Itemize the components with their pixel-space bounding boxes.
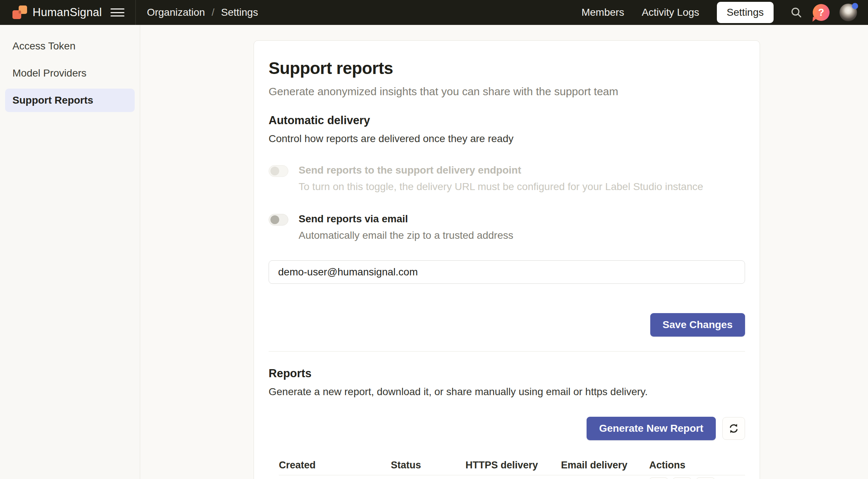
nav-settings[interactable]: Settings (717, 2, 774, 23)
humansignal-logo[interactable]: HumanSignal (0, 5, 102, 20)
top-navigation-bar: HumanSignal Organization / Settings Memb… (0, 0, 868, 25)
refresh-icon[interactable] (722, 417, 745, 440)
search-icon[interactable] (790, 6, 803, 19)
reports-description: Generate a new report, download it, or s… (269, 386, 745, 398)
col-actions: Actions (649, 460, 745, 471)
endpoint-delivery-toggle (269, 165, 288, 177)
col-status: Status (391, 460, 465, 471)
reports-table-header: Created Status HTTPS delivery Email deli… (279, 456, 745, 475)
settings-sidebar: Access Token Model Providers Support Rep… (0, 25, 140, 479)
reports-actions-row: Generate New Report (269, 417, 745, 440)
help-question-mark: ? (818, 7, 824, 18)
toggle-knob (270, 167, 279, 175)
email-delivery-toggle[interactable] (269, 214, 288, 226)
nav-activity-logs[interactable]: Activity Logs (642, 7, 699, 18)
save-row: Save Changes (269, 313, 745, 337)
breadcrumb-settings[interactable]: Settings (221, 7, 258, 18)
automatic-delivery-heading: Automatic delivery (269, 114, 745, 127)
section-divider (269, 351, 745, 352)
breadcrumb-separator: / (212, 7, 214, 18)
support-reports-card: Support reports Generate anonymized insi… (254, 40, 760, 479)
save-changes-button[interactable]: Save Changes (650, 313, 745, 337)
col-https-delivery: HTTPS delivery (465, 460, 561, 471)
topbar-icon-group: ? (790, 4, 857, 21)
download-icon[interactable] (649, 477, 668, 479)
sidebar-item-access-token[interactable]: Access Token (5, 34, 135, 58)
generate-new-report-button[interactable]: Generate New Report (587, 417, 716, 440)
send-icon[interactable] (696, 477, 715, 479)
page-title: Support reports (269, 58, 745, 78)
automatic-delivery-description: Control how reports are delivered once t… (269, 133, 745, 145)
endpoint-toggle-label: Send reports to the support delivery end… (299, 164, 703, 176)
breadcrumb: Organization / Settings (135, 0, 258, 25)
sidebar-item-model-providers[interactable]: Model Providers (5, 62, 135, 85)
reports-table: Created Status HTTPS delivery Email deli… (279, 456, 745, 479)
breadcrumb-organization[interactable]: Organization (147, 7, 205, 18)
nav-members[interactable]: Members (581, 7, 624, 18)
table-row: 11/17/2025, 8:51:52 AM Running No No (279, 475, 745, 479)
user-avatar[interactable] (839, 4, 857, 21)
reports-heading: Reports (269, 367, 745, 380)
email-toggle-label: Send reports via email (299, 213, 513, 225)
avatar-status-dot-icon (852, 3, 858, 9)
page-subtitle: Generate anonymized insights that you ca… (269, 85, 745, 98)
col-email-delivery: Email delivery (561, 460, 649, 471)
inbox-icon[interactable] (673, 477, 692, 479)
menu-icon[interactable] (111, 7, 124, 18)
email-toggle-row: Send reports via email Automatically ema… (269, 213, 745, 241)
row-actions (649, 477, 745, 479)
sidebar-item-support-reports[interactable]: Support Reports (5, 89, 135, 112)
endpoint-toggle-help: To turn on this toggle, the delivery URL… (299, 181, 703, 193)
endpoint-toggle-row: Send reports to the support delivery end… (269, 164, 745, 193)
col-created: Created (279, 460, 391, 471)
logo-text: HumanSignal (33, 6, 102, 19)
trusted-email-input[interactable] (269, 260, 745, 284)
humansignal-logo-icon (12, 5, 27, 20)
help-icon[interactable]: ? (813, 4, 830, 21)
top-nav-links: Members Activity Logs Settings (581, 2, 774, 23)
toggle-knob (270, 215, 279, 224)
email-toggle-help: Automatically email the zip to a trusted… (299, 230, 513, 241)
